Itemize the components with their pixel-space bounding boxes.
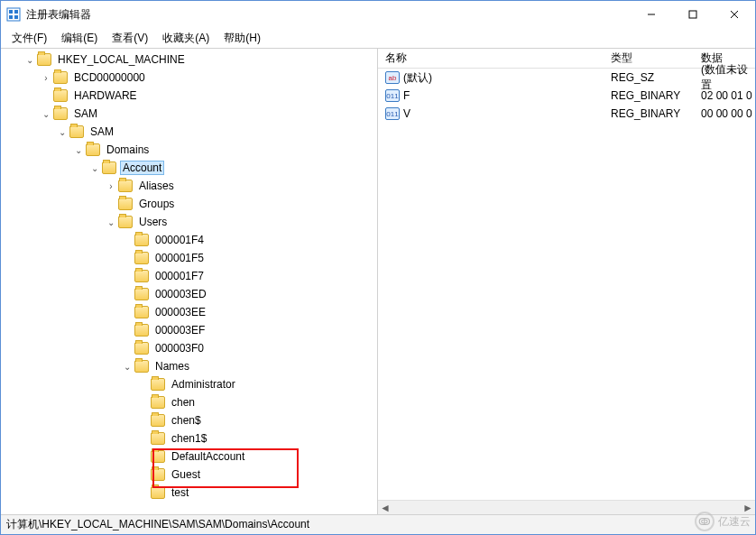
- folder-icon: [86, 143, 100, 156]
- tree-user-000003EE[interactable]: 000003EE: [1, 303, 377, 321]
- folder-icon: [53, 107, 68, 120]
- tree-user-000001F5[interactable]: 000001F5: [1, 249, 377, 267]
- chevron-down-icon[interactable]: ⌄: [23, 52, 37, 67]
- tree-label: 000001F4: [152, 233, 207, 247]
- folder-icon: [134, 234, 149, 246]
- chevron-down-icon[interactable]: ⌄: [71, 143, 86, 157]
- menu-file[interactable]: 文件(F): [6, 29, 52, 48]
- spacer: [136, 395, 151, 410]
- watermark-text: 亿速云: [718, 514, 751, 530]
- menu-view[interactable]: 查看(V): [106, 29, 153, 48]
- value-name: V: [403, 107, 410, 120]
- chevron-down-icon[interactable]: ⌄: [88, 161, 102, 175]
- value-data: (数值未设置: [694, 62, 755, 93]
- chevron-down-icon[interactable]: ⌄: [120, 359, 134, 374]
- content: ⌄HKEY_LOCAL_MACHINE›BCD00000000HARDWARE⌄…: [1, 48, 755, 514]
- menu-edit[interactable]: 编辑(E): [56, 29, 103, 48]
- value-data: 00 00 00 0: [694, 107, 755, 120]
- col-type[interactable]: 类型: [604, 51, 694, 66]
- spacer: [120, 305, 134, 319]
- tree-pane[interactable]: ⌄HKEY_LOCAL_MACHINE›BCD00000000HARDWARE⌄…: [1, 49, 378, 514]
- tree-name-Guest[interactable]: Guest: [1, 466, 377, 484]
- tree-domains[interactable]: ⌄Domains: [1, 141, 377, 159]
- tree-label: HKEY_LOCAL_MACHINE: [55, 52, 188, 67]
- tree-label: Aliases: [136, 179, 177, 193]
- maximize-button[interactable]: [672, 1, 714, 28]
- tree-hklm[interactable]: ⌄HKEY_LOCAL_MACHINE: [1, 51, 377, 69]
- tree-user-000001F4[interactable]: 000001F4: [1, 231, 377, 249]
- list-row[interactable]: 011VREG_BINARY00 00 00 0: [378, 105, 755, 123]
- binary-value-icon: 011: [385, 107, 400, 120]
- tree-user-000003EF[interactable]: 000003EF: [1, 321, 377, 339]
- tree-user-000003ED[interactable]: 000003ED: [1, 285, 377, 303]
- chevron-down-icon[interactable]: ⌄: [39, 106, 53, 121]
- tree-sam[interactable]: ⌄SAM: [1, 105, 377, 123]
- watermark-icon: ↂ: [695, 512, 715, 531]
- chevron-down-icon[interactable]: ⌄: [104, 215, 118, 229]
- folder-icon: [118, 216, 133, 228]
- status-path: 计算机\HKEY_LOCAL_MACHINE\SAM\SAM\Domains\A…: [6, 517, 309, 532]
- menu-help[interactable]: 帮助(H): [218, 29, 266, 48]
- folder-icon: [134, 342, 149, 355]
- tree-users[interactable]: ⌄Users: [1, 213, 377, 231]
- spacer: [120, 323, 134, 337]
- tree-name-test[interactable]: test: [1, 484, 377, 502]
- tree-account[interactable]: ⌄Account: [1, 159, 377, 177]
- tree-user-000003F0[interactable]: 000003F0: [1, 339, 377, 357]
- tree-hardware[interactable]: HARDWARE: [1, 87, 377, 105]
- value-data: 02 00 01 0: [694, 89, 755, 102]
- chevron-down-icon[interactable]: ⌄: [55, 125, 69, 139]
- tree-aliases[interactable]: ›Aliases: [1, 177, 377, 195]
- value-type: REG_SZ: [604, 71, 694, 84]
- titlebar: 注册表编辑器: [1, 1, 755, 28]
- tree-name-DefaultAccount[interactable]: DefaultAccount: [1, 447, 377, 466]
- tree-names[interactable]: ⌄Names: [1, 357, 377, 375]
- folder-icon: [53, 71, 68, 84]
- scroll-left-icon[interactable]: ◄: [378, 501, 392, 515]
- folder-icon: [134, 360, 149, 373]
- tree-name-chen1[interactable]: chen1$: [1, 429, 377, 447]
- tree-label: SAM: [88, 125, 116, 139]
- folder-icon: [118, 180, 133, 192]
- watermark: ↂ 亿速云: [695, 512, 751, 531]
- folder-icon: [134, 306, 149, 318]
- folder-icon: [151, 414, 165, 427]
- tree-label: chen: [169, 395, 198, 410]
- spacer: [136, 449, 151, 464]
- chevron-right-icon[interactable]: ›: [104, 179, 118, 193]
- list-row[interactable]: ab(默认)REG_SZ(数值未设置: [378, 69, 755, 87]
- tree-name-Administrator[interactable]: Administrator: [1, 375, 377, 393]
- tree-user-000001F7[interactable]: 000001F7: [1, 267, 377, 285]
- spacer: [120, 269, 134, 283]
- tree-name-chen[interactable]: chen$: [1, 411, 377, 429]
- window-title: 注册表编辑器: [26, 7, 91, 23]
- tree-label: HARDWARE: [71, 88, 140, 103]
- value-name: (默认): [403, 70, 432, 86]
- tree-label: Guest: [169, 467, 203, 482]
- chevron-right-icon[interactable]: ›: [39, 70, 53, 85]
- folder-icon: [151, 468, 165, 481]
- menu-fav[interactable]: 收藏夹(A): [157, 29, 215, 48]
- tree-label: Groups: [136, 197, 177, 211]
- tree-name-chen[interactable]: chen: [1, 393, 377, 411]
- tree-bcd[interactable]: ›BCD00000000: [1, 69, 377, 87]
- tree-label: Users: [136, 215, 170, 229]
- tree-label: 000003EE: [152, 305, 208, 319]
- list-pane[interactable]: 名称 类型 数据 ab(默认)REG_SZ(数值未设置011FREG_BINAR…: [378, 49, 755, 514]
- minimize-button[interactable]: [631, 1, 672, 28]
- binary-value-icon: 011: [385, 89, 400, 102]
- folder-icon: [134, 288, 149, 300]
- col-name[interactable]: 名称: [378, 51, 604, 66]
- tree-groups[interactable]: Groups: [1, 195, 377, 213]
- tree-label: 000003F0: [152, 341, 207, 355]
- tree-label: Names: [152, 359, 192, 374]
- value-type: REG_BINARY: [604, 89, 694, 102]
- list-row[interactable]: 011FREG_BINARY02 00 01 0: [378, 87, 755, 105]
- svg-rect-3: [9, 15, 13, 19]
- list-body: ab(默认)REG_SZ(数值未设置011FREG_BINARY02 00 01…: [378, 69, 755, 500]
- spacer: [136, 431, 151, 446]
- close-button[interactable]: [714, 1, 755, 28]
- tree-sam2[interactable]: ⌄SAM: [1, 123, 377, 141]
- value-name: F: [403, 89, 410, 102]
- tree-label: Administrator: [169, 377, 238, 392]
